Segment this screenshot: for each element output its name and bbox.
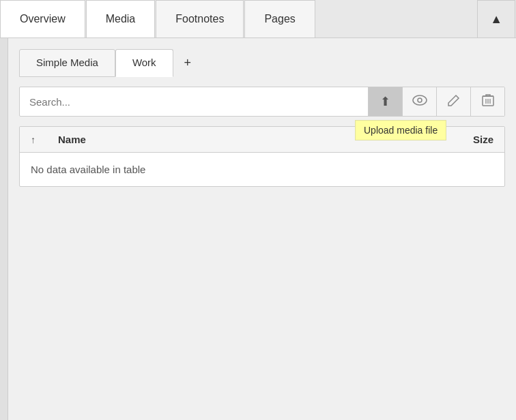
add-tab-icon: +	[184, 56, 192, 70]
svg-point-0	[413, 95, 427, 105]
table-body: No data available in table	[20, 153, 504, 186]
preview-button[interactable]	[402, 87, 436, 116]
add-tab-button[interactable]: +	[173, 49, 203, 77]
left-sidebar-bar	[0, 38, 8, 420]
upload-icon: ⬆	[380, 94, 390, 109]
col-name-header: Name	[58, 134, 439, 145]
tab-footnotes[interactable]: Footnotes	[156, 0, 244, 38]
pencil-icon	[448, 94, 460, 110]
top-tab-bar: Overview Media Footnotes Pages ▲	[0, 0, 516, 38]
tab-pages[interactable]: Pages	[244, 0, 315, 38]
data-table: ↑ Name Size No data available in table	[19, 126, 505, 187]
tab-footnotes-label: Footnotes	[175, 13, 224, 25]
tab-overview-label: Overview	[20, 13, 66, 25]
search-input[interactable]	[20, 89, 368, 115]
search-toolbar: ⬆ Upload media file	[19, 87, 505, 117]
sub-tab-work[interactable]: Work	[115, 49, 173, 77]
main-container: Overview Media Footnotes Pages ▲ Simple …	[0, 0, 516, 420]
svg-point-1	[418, 98, 422, 102]
col-size-header: Size	[439, 134, 493, 145]
upload-arrow-icon: ▲	[490, 12, 502, 27]
upload-button[interactable]: ⬆ Upload media file	[368, 87, 402, 116]
right-content: Simple Media Work + ⬆ Upload media file	[8, 38, 516, 420]
sub-tab-work-label: Work	[132, 57, 156, 68]
tab-upload-button[interactable]: ▲	[477, 0, 515, 38]
sort-icon: ↑	[31, 134, 35, 145]
table-header: ↑ Name Size	[20, 127, 504, 153]
col-sort[interactable]: ↑	[31, 134, 58, 145]
empty-table-message: No data available in table	[31, 164, 493, 175]
content-area: Simple Media Work + ⬆ Upload media file	[0, 38, 516, 420]
sub-tab-simple-media-label: Simple Media	[36, 57, 98, 68]
eye-icon	[412, 95, 427, 108]
tab-pages-label: Pages	[264, 13, 295, 25]
trash-icon	[482, 93, 494, 110]
tab-media[interactable]: Media	[86, 0, 156, 38]
sub-tab-bar: Simple Media Work +	[19, 49, 505, 77]
tab-overview[interactable]: Overview	[0, 0, 85, 38]
edit-button[interactable]	[436, 87, 470, 116]
sub-tab-simple-media[interactable]: Simple Media	[19, 49, 115, 77]
delete-button[interactable]	[470, 87, 504, 116]
tab-media-label: Media	[106, 13, 136, 25]
